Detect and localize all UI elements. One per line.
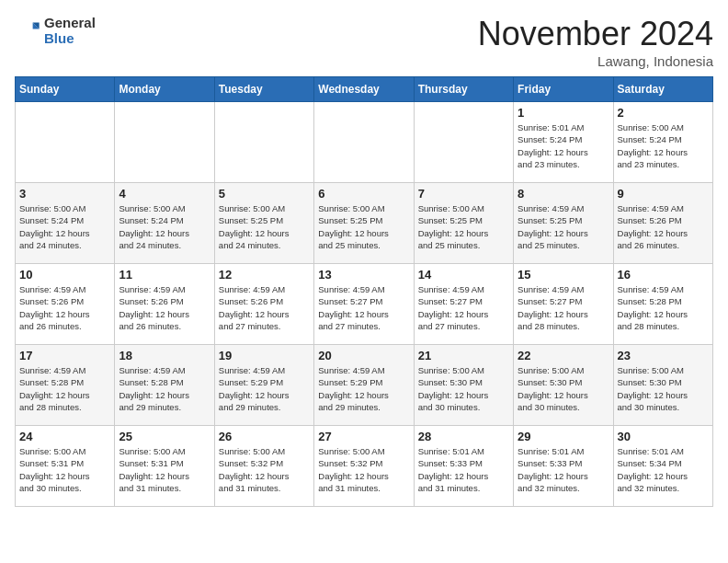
day-info: Sunrise: 5:00 AM Sunset: 5:25 PM Dayligh… (418, 202, 509, 251)
calendar-cell: 1Sunrise: 5:01 AM Sunset: 5:24 PM Daylig… (514, 102, 613, 183)
day-number: 8 (518, 187, 609, 201)
calendar-cell: 10Sunrise: 4:59 AM Sunset: 5:26 PM Dayli… (16, 264, 115, 345)
page-header: General Blue November 2024 Lawang, Indon… (15, 15, 713, 69)
day-number: 16 (618, 268, 709, 282)
day-number: 30 (618, 430, 709, 443)
day-info: Sunrise: 5:00 AM Sunset: 5:25 PM Dayligh… (318, 202, 409, 251)
calendar-cell (314, 102, 414, 183)
calendar-cell: 15Sunrise: 4:59 AM Sunset: 5:27 PM Dayli… (514, 264, 613, 345)
day-info: Sunrise: 4:59 AM Sunset: 5:28 PM Dayligh… (618, 283, 709, 332)
day-info: Sunrise: 5:00 AM Sunset: 5:31 PM Dayligh… (119, 445, 210, 494)
calendar-cell: 11Sunrise: 4:59 AM Sunset: 5:26 PM Dayli… (115, 264, 214, 345)
day-number: 27 (318, 430, 409, 443)
day-info: Sunrise: 5:00 AM Sunset: 5:30 PM Dayligh… (618, 364, 709, 413)
logo: General Blue (15, 15, 96, 46)
calendar-cell: 5Sunrise: 5:00 AM Sunset: 5:25 PM Daylig… (214, 183, 313, 264)
calendar-cell: 3Sunrise: 5:00 AM Sunset: 5:24 PM Daylig… (16, 183, 115, 264)
day-info: Sunrise: 4:59 AM Sunset: 5:29 PM Dayligh… (219, 364, 310, 413)
header-day-thursday: Thursday (414, 77, 513, 102)
calendar-cell: 16Sunrise: 4:59 AM Sunset: 5:28 PM Dayli… (613, 264, 712, 345)
calendar-cell: 27Sunrise: 5:00 AM Sunset: 5:32 PM Dayli… (314, 426, 414, 507)
calendar-cell: 6Sunrise: 5:00 AM Sunset: 5:25 PM Daylig… (314, 183, 414, 264)
header-day-sunday: Sunday (16, 77, 115, 102)
calendar-cell: 18Sunrise: 4:59 AM Sunset: 5:28 PM Dayli… (115, 345, 214, 426)
day-number: 6 (318, 187, 409, 201)
header-day-monday: Monday (115, 77, 214, 102)
day-number: 15 (518, 268, 609, 282)
day-number: 3 (19, 187, 110, 201)
day-number: 17 (19, 349, 110, 362)
day-info: Sunrise: 5:01 AM Sunset: 5:33 PM Dayligh… (418, 445, 509, 494)
calendar-cell: 26Sunrise: 5:00 AM Sunset: 5:32 PM Dayli… (214, 426, 313, 507)
day-number: 5 (219, 187, 310, 201)
day-info: Sunrise: 5:00 AM Sunset: 5:32 PM Dayligh… (318, 445, 409, 494)
day-info: Sunrise: 4:59 AM Sunset: 5:25 PM Dayligh… (518, 202, 609, 251)
day-number: 14 (418, 268, 509, 282)
day-info: Sunrise: 5:01 AM Sunset: 5:24 PM Dayligh… (518, 121, 609, 170)
calendar-cell (414, 102, 513, 183)
calendar-cell: 21Sunrise: 5:00 AM Sunset: 5:30 PM Dayli… (414, 345, 513, 426)
calendar-cell: 23Sunrise: 5:00 AM Sunset: 5:30 PM Dayli… (613, 345, 712, 426)
day-info: Sunrise: 5:00 AM Sunset: 5:30 PM Dayligh… (418, 364, 509, 413)
day-info: Sunrise: 4:59 AM Sunset: 5:26 PM Dayligh… (618, 202, 709, 251)
day-number: 2 (618, 106, 709, 120)
day-info: Sunrise: 4:59 AM Sunset: 5:27 PM Dayligh… (418, 283, 509, 332)
logo-general: General (44, 15, 96, 30)
day-info: Sunrise: 4:59 AM Sunset: 5:28 PM Dayligh… (19, 364, 110, 413)
calendar-cell: 30Sunrise: 5:01 AM Sunset: 5:34 PM Dayli… (613, 426, 712, 507)
calendar-header-row: SundayMondayTuesdayWednesdayThursdayFrid… (16, 77, 713, 102)
logo-text: General Blue (44, 15, 96, 46)
week-row-2: 3Sunrise: 5:00 AM Sunset: 5:24 PM Daylig… (16, 183, 713, 264)
day-number: 18 (119, 349, 210, 362)
header-day-wednesday: Wednesday (314, 77, 414, 102)
calendar-cell: 20Sunrise: 4:59 AM Sunset: 5:29 PM Dayli… (314, 345, 414, 426)
calendar-cell: 24Sunrise: 5:00 AM Sunset: 5:31 PM Dayli… (16, 426, 115, 507)
day-info: Sunrise: 4:59 AM Sunset: 5:26 PM Dayligh… (19, 283, 110, 332)
day-info: Sunrise: 5:01 AM Sunset: 5:34 PM Dayligh… (618, 445, 709, 494)
calendar-cell (16, 102, 115, 183)
calendar-cell: 12Sunrise: 4:59 AM Sunset: 5:26 PM Dayli… (214, 264, 313, 345)
day-info: Sunrise: 4:59 AM Sunset: 5:27 PM Dayligh… (318, 283, 409, 332)
week-row-3: 10Sunrise: 4:59 AM Sunset: 5:26 PM Dayli… (16, 264, 713, 345)
day-info: Sunrise: 4:59 AM Sunset: 5:28 PM Dayligh… (119, 364, 210, 413)
day-number: 25 (119, 430, 210, 443)
svg-rect-0 (15, 17, 40, 43)
calendar-cell: 9Sunrise: 4:59 AM Sunset: 5:26 PM Daylig… (613, 183, 712, 264)
day-info: Sunrise: 4:59 AM Sunset: 5:27 PM Dayligh… (518, 283, 609, 332)
day-number: 26 (219, 430, 310, 443)
day-number: 24 (19, 430, 110, 443)
day-info: Sunrise: 4:59 AM Sunset: 5:26 PM Dayligh… (219, 283, 310, 332)
day-number: 21 (418, 349, 509, 362)
calendar-cell: 19Sunrise: 4:59 AM Sunset: 5:29 PM Dayli… (214, 345, 313, 426)
calendar-cell: 25Sunrise: 5:00 AM Sunset: 5:31 PM Dayli… (115, 426, 214, 507)
logo-blue: Blue (44, 30, 96, 46)
day-number: 4 (119, 187, 210, 201)
calendar-cell: 13Sunrise: 4:59 AM Sunset: 5:27 PM Dayli… (314, 264, 414, 345)
day-number: 13 (318, 268, 409, 282)
day-info: Sunrise: 5:01 AM Sunset: 5:33 PM Dayligh… (518, 445, 609, 494)
day-info: Sunrise: 5:00 AM Sunset: 5:31 PM Dayligh… (19, 445, 110, 494)
calendar-table: SundayMondayTuesdayWednesdayThursdayFrid… (15, 76, 713, 507)
calendar-cell: 22Sunrise: 5:00 AM Sunset: 5:30 PM Dayli… (514, 345, 613, 426)
day-info: Sunrise: 5:00 AM Sunset: 5:32 PM Dayligh… (219, 445, 310, 494)
header-day-saturday: Saturday (613, 77, 712, 102)
header-day-tuesday: Tuesday (214, 77, 313, 102)
logo-icon (15, 17, 40, 43)
day-number: 7 (418, 187, 509, 201)
calendar-body: 1Sunrise: 5:01 AM Sunset: 5:24 PM Daylig… (16, 102, 713, 507)
day-number: 10 (19, 268, 110, 282)
calendar-cell: 7Sunrise: 5:00 AM Sunset: 5:25 PM Daylig… (414, 183, 513, 264)
day-number: 22 (518, 349, 609, 362)
day-number: 20 (318, 349, 409, 362)
day-number: 1 (518, 106, 609, 120)
day-info: Sunrise: 4:59 AM Sunset: 5:26 PM Dayligh… (119, 283, 210, 332)
day-number: 23 (618, 349, 709, 362)
week-row-4: 17Sunrise: 4:59 AM Sunset: 5:28 PM Dayli… (16, 345, 713, 426)
day-info: Sunrise: 4:59 AM Sunset: 5:29 PM Dayligh… (318, 364, 409, 413)
day-number: 28 (418, 430, 509, 443)
calendar-cell: 4Sunrise: 5:00 AM Sunset: 5:24 PM Daylig… (115, 183, 214, 264)
header-day-friday: Friday (514, 77, 613, 102)
calendar-cell: 29Sunrise: 5:01 AM Sunset: 5:33 PM Dayli… (514, 426, 613, 507)
week-row-1: 1Sunrise: 5:01 AM Sunset: 5:24 PM Daylig… (16, 102, 713, 183)
calendar-cell (115, 102, 214, 183)
